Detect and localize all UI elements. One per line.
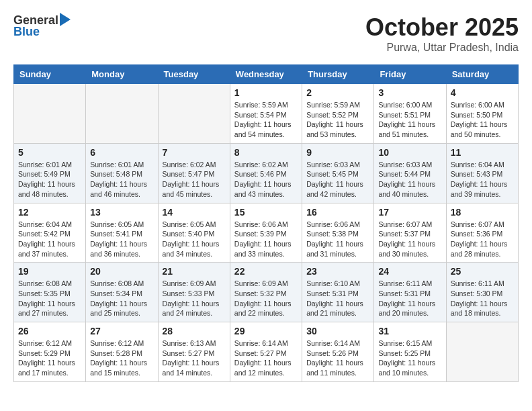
calendar-day-cell: 23Sunrise: 6:10 AMSunset: 5:31 PMDayligh… xyxy=(302,263,374,322)
day-info: Sunrise: 6:02 AMSunset: 5:47 PMDaylight:… xyxy=(163,160,226,199)
day-info: Sunrise: 6:07 AMSunset: 5:36 PMDaylight:… xyxy=(451,220,514,259)
day-info: Sunrise: 6:07 AMSunset: 5:37 PMDaylight:… xyxy=(378,220,441,259)
calendar-day-cell: 5Sunrise: 6:01 AMSunset: 5:49 PMDaylight… xyxy=(14,143,86,203)
day-number: 12 xyxy=(18,207,81,218)
calendar-week-row: 5Sunrise: 6:01 AMSunset: 5:49 PMDaylight… xyxy=(14,143,519,203)
calendar-day-cell: 1Sunrise: 5:59 AMSunset: 5:54 PMDaylight… xyxy=(230,84,302,144)
calendar-day-cell: 12Sunrise: 6:04 AMSunset: 5:42 PMDayligh… xyxy=(14,203,86,263)
day-of-week-header: Friday xyxy=(374,65,446,84)
day-info: Sunrise: 6:09 AMSunset: 5:33 PMDaylight:… xyxy=(163,279,226,318)
day-info: Sunrise: 6:11 AMSunset: 5:31 PMDaylight:… xyxy=(378,279,441,318)
day-info: Sunrise: 6:03 AMSunset: 5:45 PMDaylight:… xyxy=(306,160,369,199)
calendar-week-row: 12Sunrise: 6:04 AMSunset: 5:42 PMDayligh… xyxy=(14,203,519,263)
day-info: Sunrise: 6:04 AMSunset: 5:42 PMDaylight:… xyxy=(18,220,81,259)
day-number: 22 xyxy=(234,266,298,277)
calendar-day-cell: 21Sunrise: 6:09 AMSunset: 5:33 PMDayligh… xyxy=(158,263,230,322)
calendar-week-row: 19Sunrise: 6:08 AMSunset: 5:35 PMDayligh… xyxy=(14,263,519,322)
logo: General Blue xyxy=(13,13,71,39)
calendar-day-cell: 25Sunrise: 6:11 AMSunset: 5:30 PMDayligh… xyxy=(446,263,518,322)
day-number: 8 xyxy=(234,147,298,158)
calendar-week-row: 1Sunrise: 5:59 AMSunset: 5:54 PMDaylight… xyxy=(14,84,519,144)
calendar-day-cell: 10Sunrise: 6:03 AMSunset: 5:44 PMDayligh… xyxy=(374,143,446,203)
day-info: Sunrise: 6:05 AMSunset: 5:40 PMDaylight:… xyxy=(163,220,226,259)
day-of-week-header: Wednesday xyxy=(230,65,302,84)
day-number: 17 xyxy=(378,207,441,218)
calendar-day-cell xyxy=(446,322,518,382)
calendar-day-cell: 2Sunrise: 5:59 AMSunset: 5:52 PMDaylight… xyxy=(302,84,374,144)
day-info: Sunrise: 6:08 AMSunset: 5:35 PMDaylight:… xyxy=(18,279,81,318)
day-info: Sunrise: 6:12 AMSunset: 5:29 PMDaylight:… xyxy=(18,338,81,378)
day-info: Sunrise: 6:00 AMSunset: 5:50 PMDaylight:… xyxy=(451,100,514,140)
calendar-day-cell: 30Sunrise: 6:14 AMSunset: 5:26 PMDayligh… xyxy=(302,322,374,382)
day-number: 5 xyxy=(18,147,81,158)
day-of-week-header: Saturday xyxy=(446,65,518,84)
calendar-day-cell: 8Sunrise: 6:02 AMSunset: 5:46 PMDaylight… xyxy=(230,143,302,203)
calendar-day-cell: 6Sunrise: 6:01 AMSunset: 5:48 PMDaylight… xyxy=(86,143,158,203)
day-number: 10 xyxy=(378,147,441,158)
day-info: Sunrise: 6:00 AMSunset: 5:51 PMDaylight:… xyxy=(378,100,441,140)
calendar-day-cell: 7Sunrise: 6:02 AMSunset: 5:47 PMDaylight… xyxy=(158,143,230,203)
calendar-day-cell: 24Sunrise: 6:11 AMSunset: 5:31 PMDayligh… xyxy=(374,263,446,322)
day-number: 23 xyxy=(306,266,369,277)
day-number: 26 xyxy=(18,326,81,336)
calendar-week-row: 26Sunrise: 6:12 AMSunset: 5:29 PMDayligh… xyxy=(14,322,519,382)
day-number: 2 xyxy=(306,87,369,98)
day-info: Sunrise: 6:15 AMSunset: 5:25 PMDaylight:… xyxy=(378,338,441,378)
day-number: 15 xyxy=(234,207,298,218)
calendar-day-cell: 4Sunrise: 6:00 AMSunset: 5:50 PMDaylight… xyxy=(446,84,518,144)
day-info: Sunrise: 6:12 AMSunset: 5:28 PMDaylight:… xyxy=(90,338,153,378)
calendar-day-cell xyxy=(14,84,86,144)
logo-arrow-icon xyxy=(60,13,71,26)
calendar-day-cell: 14Sunrise: 6:05 AMSunset: 5:40 PMDayligh… xyxy=(158,203,230,263)
day-of-week-header: Thursday xyxy=(302,65,374,84)
day-info: Sunrise: 6:11 AMSunset: 5:30 PMDaylight:… xyxy=(451,279,514,318)
day-number: 25 xyxy=(451,266,514,277)
page-header: General Blue October 2025 Purwa, Uttar P… xyxy=(13,13,519,54)
calendar-day-cell: 18Sunrise: 6:07 AMSunset: 5:36 PMDayligh… xyxy=(446,203,518,263)
day-info: Sunrise: 6:06 AMSunset: 5:38 PMDaylight:… xyxy=(306,220,369,259)
day-info: Sunrise: 6:14 AMSunset: 5:27 PMDaylight:… xyxy=(234,338,298,378)
location-subtitle: Purwa, Uttar Pradesh, India xyxy=(365,42,519,54)
day-info: Sunrise: 6:08 AMSunset: 5:34 PMDaylight:… xyxy=(90,279,153,318)
calendar-day-cell: 9Sunrise: 6:03 AMSunset: 5:45 PMDaylight… xyxy=(302,143,374,203)
day-info: Sunrise: 5:59 AMSunset: 5:54 PMDaylight:… xyxy=(234,100,298,140)
day-number: 14 xyxy=(163,207,226,218)
day-number: 21 xyxy=(163,266,226,277)
day-info: Sunrise: 6:03 AMSunset: 5:44 PMDaylight:… xyxy=(378,160,441,199)
day-number: 29 xyxy=(234,326,298,336)
calendar-day-cell xyxy=(86,84,158,144)
calendar-day-cell: 11Sunrise: 6:04 AMSunset: 5:43 PMDayligh… xyxy=(446,143,518,203)
calendar-day-cell: 19Sunrise: 6:08 AMSunset: 5:35 PMDayligh… xyxy=(14,263,86,322)
day-number: 4 xyxy=(451,87,514,98)
day-info: Sunrise: 6:09 AMSunset: 5:32 PMDaylight:… xyxy=(234,279,298,318)
day-number: 1 xyxy=(234,87,298,98)
day-number: 6 xyxy=(90,147,153,158)
day-info: Sunrise: 6:14 AMSunset: 5:26 PMDaylight:… xyxy=(306,338,369,378)
day-of-week-header: Sunday xyxy=(14,65,86,84)
day-number: 7 xyxy=(163,147,226,158)
calendar-day-cell: 29Sunrise: 6:14 AMSunset: 5:27 PMDayligh… xyxy=(230,322,302,382)
day-of-week-header: Tuesday xyxy=(158,65,230,84)
day-number: 30 xyxy=(306,326,369,336)
calendar-day-cell xyxy=(158,84,230,144)
calendar-day-cell: 22Sunrise: 6:09 AMSunset: 5:32 PMDayligh… xyxy=(230,263,302,322)
day-number: 11 xyxy=(451,147,514,158)
day-info: Sunrise: 6:10 AMSunset: 5:31 PMDaylight:… xyxy=(306,279,369,318)
calendar-day-cell: 27Sunrise: 6:12 AMSunset: 5:28 PMDayligh… xyxy=(86,322,158,382)
day-info: Sunrise: 6:06 AMSunset: 5:39 PMDaylight:… xyxy=(234,220,298,259)
title-area: October 2025 Purwa, Uttar Pradesh, India xyxy=(365,13,519,54)
day-info: Sunrise: 6:01 AMSunset: 5:49 PMDaylight:… xyxy=(18,160,81,199)
calendar-header-row: SundayMondayTuesdayWednesdayThursdayFrid… xyxy=(14,65,519,84)
day-number: 24 xyxy=(378,266,441,277)
day-number: 16 xyxy=(306,207,369,218)
calendar-day-cell: 13Sunrise: 6:05 AMSunset: 5:41 PMDayligh… xyxy=(86,203,158,263)
logo-blue-text: Blue xyxy=(13,25,40,39)
calendar-day-cell: 26Sunrise: 6:12 AMSunset: 5:29 PMDayligh… xyxy=(14,322,86,382)
day-number: 20 xyxy=(90,266,153,277)
day-number: 18 xyxy=(451,207,514,218)
day-info: Sunrise: 5:59 AMSunset: 5:52 PMDaylight:… xyxy=(306,100,369,140)
day-number: 28 xyxy=(163,326,226,336)
day-info: Sunrise: 6:04 AMSunset: 5:43 PMDaylight:… xyxy=(451,160,514,199)
calendar-day-cell: 17Sunrise: 6:07 AMSunset: 5:37 PMDayligh… xyxy=(374,203,446,263)
day-number: 19 xyxy=(18,266,81,277)
